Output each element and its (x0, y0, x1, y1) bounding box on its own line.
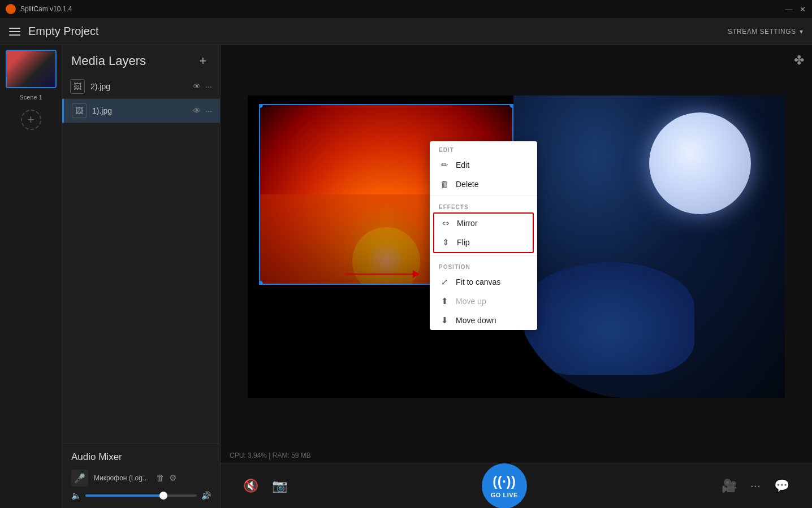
add-layer-button[interactable]: + (195, 53, 211, 69)
fit-icon: ⤢ (439, 277, 450, 287)
snapshot-button[interactable]: 📷 (272, 479, 287, 493)
scene-thumbnail[interactable] (6, 50, 57, 88)
canvas-area: ✤ (221, 45, 812, 508)
arrow-head (413, 270, 420, 278)
more-options-button[interactable]: ··· (750, 479, 761, 493)
move-up-icon: ⬆ (439, 296, 450, 306)
main-toolbar: Empty Project STREAM SETTINGS ▾ (0, 18, 812, 45)
chat-button[interactable]: 💬 (774, 479, 789, 493)
moon-layer (513, 95, 785, 398)
ctx-divider-1 (430, 196, 537, 196)
canvas-status: CPU: 3.94% | RAM: 59 MB (221, 448, 812, 463)
ctx-move-down-label: Move down (456, 316, 496, 325)
hamburger-line (9, 31, 20, 32)
audio-delete-icon[interactable]: 🗑 (156, 473, 165, 483)
ctx-effects-inner: ⇔ Mirror ⇕ Flip (434, 214, 533, 252)
bottom-left-controls: 🔇 📷 (243, 479, 287, 493)
layer-actions: 👁 ··· (193, 82, 212, 91)
layer-visibility-icon[interactable]: 👁 (193, 82, 201, 91)
go-live-button[interactable]: ((·)) GO LIVE (482, 463, 527, 509)
layer-item-active[interactable]: 🖼 1).jpg 👁 ··· (62, 99, 220, 123)
moon-background (513, 95, 785, 398)
volume-slider[interactable] (85, 494, 197, 497)
ctx-move-up-item[interactable]: ⬆ Move up (430, 292, 537, 311)
moon-circle (649, 112, 751, 214)
chevron-down-icon: ▾ (800, 28, 804, 36)
minimize-button[interactable]: — (785, 5, 793, 13)
ctx-edit-label: Edit (456, 160, 469, 170)
ctx-edit-section-label: EDIT (430, 141, 537, 155)
layer-name: 2).jpg (90, 82, 187, 91)
bottom-right-controls: 🎥 ··· 💬 (722, 479, 789, 493)
chat-icon: 💬 (774, 479, 789, 493)
arrow-line (345, 273, 413, 275)
snapshot-icon: 📷 (272, 479, 287, 493)
stream-settings-label: STREAM SETTINGS (728, 28, 796, 36)
close-button[interactable]: ✕ (798, 5, 806, 13)
mirror-icon: ⇔ (440, 218, 451, 228)
scene-canvas-preview (7, 51, 55, 87)
volume-fill (85, 494, 163, 497)
microphone-icon: 🎤 (71, 470, 88, 487)
layer-type-icon: 🖼 (72, 103, 87, 118)
volume-high-icon: 🔊 (201, 491, 211, 500)
hamburger-menu[interactable] (9, 28, 20, 36)
more-options-icon: ··· (750, 479, 761, 493)
video-icon: 🎥 (722, 479, 737, 493)
app-logo (6, 4, 16, 14)
ctx-delete-item[interactable]: 🗑 Delete (430, 175, 537, 193)
delete-icon: 🗑 (439, 179, 450, 189)
audio-mute-icon: 🔇 (243, 479, 258, 493)
volume-thumb (159, 492, 167, 500)
resize-handle-tr[interactable] (509, 104, 513, 108)
titlebar: SplitCam v10.1.4 — ✕ (0, 0, 812, 18)
add-scene-button[interactable]: + (21, 110, 41, 130)
layer-actions: 👁 ··· (193, 106, 212, 115)
ctx-fit-canvas-item[interactable]: ⤢ Fit to canvas (430, 272, 537, 292)
layers-panel: Media Layers + 🖼 2).jpg 👁 ··· 🖼 1).jpg 👁… (62, 45, 221, 508)
scene-label: Scene 1 (19, 94, 42, 101)
go-live-label: GO LIVE (491, 492, 518, 498)
layers-list: 🖼 2).jpg 👁 ··· 🖼 1).jpg 👁 ··· (62, 75, 220, 443)
layer-visibility-icon[interactable]: 👁 (193, 106, 201, 115)
audio-track-name: Микрофон (Logitech... (94, 474, 150, 482)
canvas-viewport: ✤ (221, 45, 812, 448)
project-title: Empty Project (28, 25, 98, 38)
layer-name: 1).jpg (92, 106, 187, 115)
ctx-move-up-label: Move up (456, 297, 486, 306)
titlebar-left: SplitCam v10.1.4 (6, 4, 72, 14)
flip-icon: ⇕ (440, 237, 451, 248)
volume-low-icon: 🔈 (71, 491, 81, 500)
app-title: SplitCam v10.1.4 (20, 5, 72, 13)
ctx-edit-item[interactable]: ✏ Edit (430, 155, 537, 175)
ctx-flip-item[interactable]: ⇕ Flip (434, 233, 533, 252)
ctx-position-section-label: POSITION (430, 258, 537, 272)
audio-settings-icon[interactable]: ⚙ (169, 473, 176, 483)
ctx-effects-section-label: EFFECTS (430, 198, 537, 212)
video-button[interactable]: 🎥 (722, 479, 737, 493)
canvas-status-text: CPU: 3.94% | RAM: 59 MB (230, 451, 311, 459)
move-down-icon: ⬇ (439, 315, 450, 325)
ctx-mirror-item[interactable]: ⇔ Mirror (434, 214, 533, 233)
context-menu: EDIT ✏ Edit 🗑 Delete EFFECTS ⇔ Mirror (430, 141, 537, 330)
stream-settings-button[interactable]: STREAM SETTINGS ▾ (728, 28, 803, 36)
audio-mute-button[interactable]: 🔇 (243, 479, 258, 493)
layers-title: Media Layers (71, 54, 146, 68)
volume-row: 🔈 🔊 (71, 491, 211, 500)
ctx-divider-2 (430, 255, 537, 256)
ctx-flip-label: Flip (457, 238, 470, 247)
layer-more-icon[interactable]: ··· (205, 82, 212, 91)
brightness-icon[interactable]: ✤ (794, 53, 804, 68)
toolbar-left: Empty Project (9, 25, 98, 38)
edit-icon: ✏ (439, 160, 450, 170)
audio-track-icons: 🗑 ⚙ (156, 473, 176, 483)
resize-handle-bl[interactable] (259, 281, 263, 285)
ctx-delete-label: Delete (456, 180, 478, 189)
layer-more-icon[interactable]: ··· (205, 106, 212, 115)
cloud-shape (525, 262, 694, 375)
layer-item[interactable]: 🖼 2).jpg 👁 ··· (62, 75, 220, 99)
ctx-move-down-item[interactable]: ⬇ Move down (430, 311, 537, 330)
layer-type-icon: 🖼 (70, 79, 85, 94)
hamburger-line (9, 34, 20, 36)
arrow-indicator (345, 270, 420, 278)
